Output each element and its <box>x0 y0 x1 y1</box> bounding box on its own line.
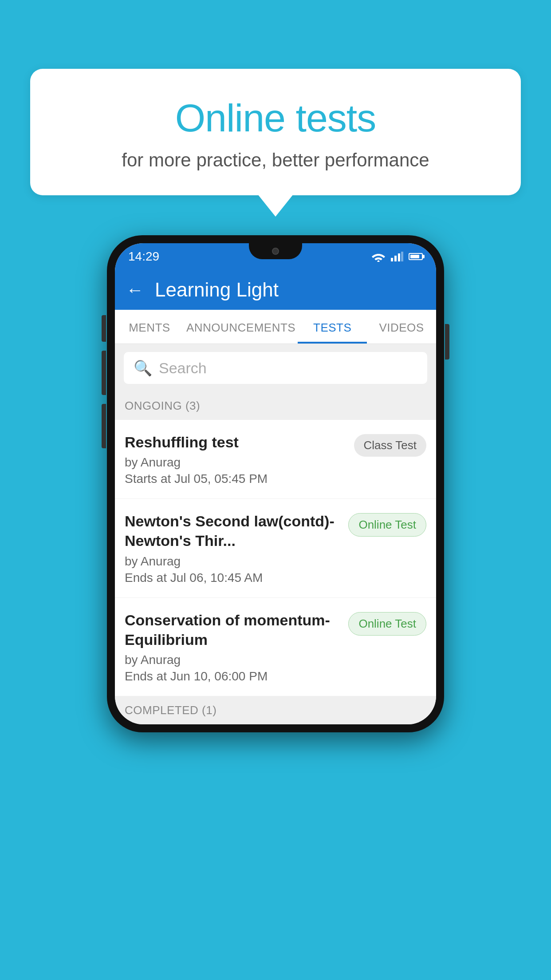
test-author: by Anurag <box>125 653 342 667</box>
tab-ments[interactable]: MENTS <box>115 310 184 344</box>
svg-rect-2 <box>394 256 397 261</box>
volume-up-button <box>102 315 106 342</box>
promo-title: Online tests <box>52 95 499 141</box>
status-time: 14:29 <box>128 249 159 264</box>
wifi-icon <box>371 251 386 262</box>
search-container: 🔍 Search <box>115 344 436 392</box>
test-info: Reshuffling test by Anurag Starts at Jul… <box>125 432 354 486</box>
status-icons <box>371 251 423 262</box>
app-title: Learning Light <box>155 279 279 301</box>
back-button[interactable]: ← <box>126 280 144 300</box>
test-title: Conservation of momentum-Equilibrium <box>125 610 342 649</box>
search-input[interactable]: Search <box>159 360 207 377</box>
test-author: by Anurag <box>125 554 342 569</box>
tab-videos[interactable]: VIDEOS <box>367 310 436 344</box>
extra-button <box>102 404 106 448</box>
test-author: by Anurag <box>125 455 347 470</box>
test-date: Ends at Jul 06, 10:45 AM <box>125 571 342 585</box>
test-date: Ends at Jun 10, 06:00 PM <box>125 669 342 684</box>
test-info: Newton's Second law(contd)-Newton's Thir… <box>125 511 348 585</box>
svg-point-0 <box>378 261 380 262</box>
test-title: Newton's Second law(contd)-Newton's Thir… <box>125 511 342 550</box>
svg-rect-4 <box>401 252 403 261</box>
tab-tests[interactable]: TESTS <box>298 310 367 344</box>
online-test-badge: Online Test <box>348 513 426 537</box>
test-list: Reshuffling test by Anurag Starts at Jul… <box>115 420 436 696</box>
promo-subtitle: for more practice, better performance <box>52 150 499 171</box>
volume-down-button <box>102 351 106 395</box>
test-date: Starts at Jul 05, 05:45 PM <box>125 472 347 486</box>
signal-icon <box>391 252 403 261</box>
front-camera <box>272 248 279 255</box>
test-title: Reshuffling test <box>125 432 347 452</box>
phone-mockup: 14:29 <box>107 235 444 732</box>
tabs-bar: MENTS ANNOUNCEMENTS TESTS VIDEOS <box>115 310 436 344</box>
completed-section-header: COMPLETED (1) <box>115 696 436 724</box>
test-item[interactable]: Reshuffling test by Anurag Starts at Jul… <box>115 420 436 499</box>
test-info: Conservation of momentum-Equilibrium by … <box>125 610 348 684</box>
promo-card: Online tests for more practice, better p… <box>30 69 521 195</box>
online-test-badge-2: Online Test <box>348 612 426 636</box>
power-button <box>445 324 449 360</box>
phone-screen: 14:29 <box>115 243 436 724</box>
tab-announcements[interactable]: ANNOUNCEMENTS <box>184 310 298 344</box>
completed-label: COMPLETED (1) <box>125 703 216 717</box>
test-item[interactable]: Conservation of momentum-Equilibrium by … <box>115 598 436 696</box>
app-header: ← Learning Light <box>115 270 436 310</box>
ongoing-section-header: ONGOING (3) <box>115 392 436 420</box>
test-item[interactable]: Newton's Second law(contd)-Newton's Thir… <box>115 499 436 597</box>
svg-rect-3 <box>398 253 400 261</box>
class-test-badge: Class Test <box>354 434 426 457</box>
battery-icon <box>409 253 423 260</box>
svg-rect-1 <box>391 258 393 261</box>
phone-notch <box>249 243 302 259</box>
ongoing-label: ONGOING (3) <box>125 399 200 412</box>
search-box[interactable]: 🔍 Search <box>124 352 427 384</box>
phone-outer: 14:29 <box>107 235 444 732</box>
search-icon: 🔍 <box>134 359 152 377</box>
